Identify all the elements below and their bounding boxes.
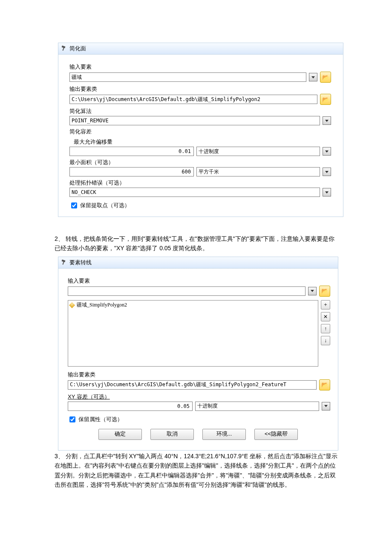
max-offset-unit-select[interactable] [196, 147, 320, 156]
keep-points-label: 保留提取点（可选） [80, 202, 130, 209]
arrow-down-icon: ↓ [324, 338, 327, 344]
dialog-title: 简化面 [69, 43, 86, 54]
simplify-polygon-dialog: 简化面 输入要素 📂 输出要素类 📂 简化算法 [58, 43, 343, 217]
chevron-down-icon [324, 405, 328, 407]
dialog-titlebar: 要素转线 [58, 257, 338, 269]
max-offset-label: 最大允许偏移量 [74, 138, 331, 146]
chevron-down-icon [311, 290, 314, 292]
input-features-label: 输入要素 [69, 63, 331, 71]
keep-points-checkbox[interactable] [71, 202, 77, 208]
xy-tolerance-label: XY 容差（可选） [68, 393, 330, 401]
keep-attributes-checkbox[interactable] [69, 416, 75, 422]
hide-help-button[interactable]: <<隐藏帮 [254, 429, 298, 440]
keep-attributes-label: 保留属性（可选） [78, 416, 123, 423]
move-up-button[interactable]: ↑ [321, 324, 330, 333]
algorithm-label: 简化算法 [69, 107, 331, 115]
folder-open-icon: 📂 [322, 96, 329, 103]
list-item-label: 疆域_SimplifyPolygon2 [77, 301, 127, 309]
input-features-label: 输入要素 [68, 277, 330, 285]
list-item[interactable]: 疆域_SimplifyPolygon2 [70, 301, 316, 309]
max-offset-field[interactable] [69, 147, 194, 156]
topology-label: 处理拓扑错误（可选） [69, 179, 331, 187]
instruction-paragraph-3: 3、 分割，点工具栏中"转到 XY"输入两点 40°N，124.3°E;21.6… [55, 451, 337, 490]
dialog-titlebar: 简化面 [58, 43, 343, 55]
layer-icon [69, 302, 75, 308]
input-features-field[interactable] [68, 286, 306, 296]
output-fc-field[interactable] [68, 380, 317, 390]
browse-output-button[interactable]: 📂 [320, 94, 331, 105]
remove-button[interactable]: ✕ [321, 312, 330, 321]
input-features-dropdown[interactable] [309, 73, 317, 81]
dialog-title: 要素转线 [69, 257, 92, 268]
chevron-down-icon [311, 76, 315, 78]
cancel-button[interactable]: 取消 [150, 429, 194, 440]
output-fc-field[interactable] [69, 95, 317, 104]
folder-open-icon: 📂 [322, 74, 329, 81]
chevron-down-icon [325, 120, 329, 122]
topology-dropdown[interactable] [323, 188, 331, 197]
chevron-down-icon [325, 171, 329, 173]
arrow-up-icon: ↑ [324, 326, 327, 332]
algorithm-select[interactable] [69, 116, 320, 125]
xy-tolerance-unit-dropdown[interactable] [322, 402, 330, 410]
min-area-field[interactable] [69, 167, 194, 176]
instruction-paragraph-2: 2、 转线，把线条简化一下，用到"要素转线"工具，在"数据管理工具"下的"要素"… [55, 234, 337, 253]
min-area-unit-select[interactable] [196, 167, 320, 176]
plus-icon: ＋ [323, 301, 328, 308]
output-fc-label: 输出要素类 [69, 85, 331, 93]
add-button[interactable]: ＋ [321, 300, 330, 309]
min-area-unit-dropdown[interactable] [323, 168, 331, 176]
folder-open-icon: 📂 [321, 382, 328, 388]
browse-input-button[interactable]: 📂 [319, 286, 330, 297]
browse-output-button[interactable]: 📂 [319, 379, 330, 390]
feature-to-line-dialog: 要素转线 输入要素 📂 疆域_SimplifyPolygon2 [58, 257, 338, 451]
max-offset-unit-dropdown[interactable] [323, 147, 331, 156]
input-features-field[interactable] [69, 72, 306, 82]
output-fc-label: 输出要素类 [68, 371, 330, 379]
x-icon: ✕ [323, 314, 328, 320]
dialog-button-row: 确定 取消 环境... <<隐藏帮 [58, 426, 338, 443]
tolerance-label: 简化容差 [69, 128, 331, 136]
environments-button[interactable]: 环境... [202, 429, 246, 440]
browse-input-button[interactable]: 📂 [320, 72, 331, 83]
topology-select[interactable] [69, 188, 320, 197]
hammer-icon [61, 46, 67, 52]
algorithm-dropdown[interactable] [323, 116, 331, 125]
hammer-icon [61, 260, 67, 266]
ok-button[interactable]: 确定 [98, 429, 142, 440]
xy-tolerance-unit-select[interactable] [195, 402, 319, 411]
input-features-dropdown[interactable] [308, 287, 317, 295]
min-area-label: 最小面积（可选） [69, 159, 331, 166]
move-down-button[interactable]: ↓ [321, 336, 330, 345]
chevron-down-icon [325, 150, 329, 153]
xy-tolerance-field[interactable] [68, 402, 193, 411]
feature-list[interactable]: 疆域_SimplifyPolygon2 [68, 300, 318, 367]
chevron-down-icon [325, 191, 329, 194]
folder-open-icon: 📂 [321, 288, 328, 294]
